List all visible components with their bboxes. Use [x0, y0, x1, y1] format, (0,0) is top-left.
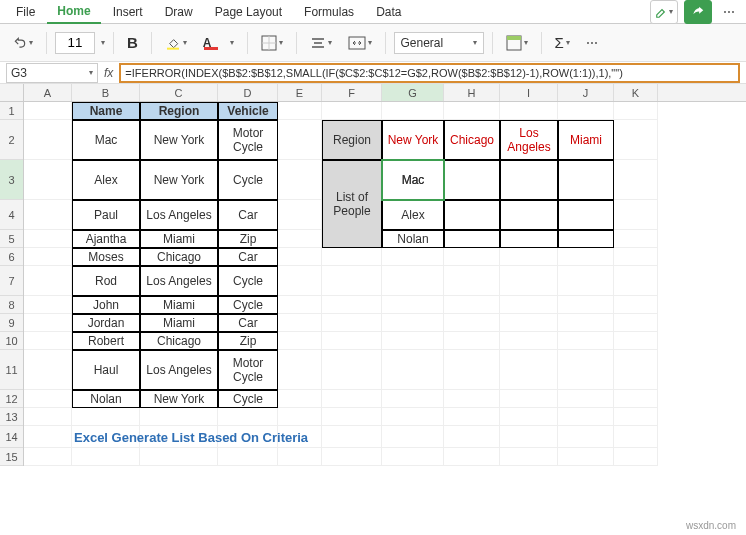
- col-header-E[interactable]: E: [278, 84, 322, 101]
- pen-mode-button[interactable]: ▾: [650, 0, 678, 24]
- cell[interactable]: [614, 350, 658, 390]
- cell[interactable]: New York: [140, 160, 218, 200]
- col-header-C[interactable]: C: [140, 84, 218, 101]
- cell[interactable]: [278, 200, 322, 230]
- cell[interactable]: Motor Cycle: [218, 120, 278, 160]
- font-size-input[interactable]: [55, 32, 95, 54]
- cell[interactable]: [500, 160, 558, 200]
- cell[interactable]: [614, 296, 658, 314]
- cell[interactable]: Vehicle: [218, 102, 278, 120]
- cell[interactable]: [558, 200, 614, 230]
- cell[interactable]: [444, 448, 500, 466]
- cell[interactable]: [278, 314, 322, 332]
- cell[interactable]: [500, 266, 558, 296]
- cells-container[interactable]: NameRegionVehicleMacNew YorkMotor CycleA…: [24, 102, 746, 466]
- cell[interactable]: Alex: [382, 200, 444, 230]
- cell[interactable]: [382, 314, 444, 332]
- name-box[interactable]: G3▾: [6, 63, 98, 83]
- cell[interactable]: [278, 120, 322, 160]
- cell[interactable]: Miami: [140, 296, 218, 314]
- cell[interactable]: Chicago: [140, 332, 218, 350]
- cell[interactable]: Rod: [72, 266, 140, 296]
- cell[interactable]: [24, 408, 72, 426]
- cell[interactable]: [614, 448, 658, 466]
- cell[interactable]: [500, 332, 558, 350]
- cell[interactable]: Los Angeles: [140, 350, 218, 390]
- cell[interactable]: [444, 230, 500, 248]
- cell[interactable]: Los Angeles: [140, 266, 218, 296]
- cell[interactable]: [24, 448, 72, 466]
- cell[interactable]: Car: [218, 314, 278, 332]
- cell[interactable]: [500, 390, 558, 408]
- cell[interactable]: [322, 266, 382, 296]
- cell[interactable]: [444, 350, 500, 390]
- col-header-D[interactable]: D: [218, 84, 278, 101]
- cell[interactable]: Motor Cycle: [218, 350, 278, 390]
- row-header-7[interactable]: 7: [0, 266, 23, 296]
- cell[interactable]: [218, 408, 278, 426]
- cell[interactable]: [614, 332, 658, 350]
- cell[interactable]: Haul: [72, 350, 140, 390]
- cell[interactable]: [24, 248, 72, 266]
- formula-input[interactable]: =IFERROR(INDEX($B$2:$B$12,SMALL(IF($C$2:…: [119, 63, 740, 83]
- cell[interactable]: [558, 266, 614, 296]
- cell[interactable]: [24, 102, 72, 120]
- row-header-2[interactable]: 2: [0, 120, 23, 160]
- row-header-12[interactable]: 12: [0, 390, 23, 408]
- bold-button[interactable]: B: [122, 30, 143, 56]
- row-header-8[interactable]: 8: [0, 296, 23, 314]
- cell[interactable]: [558, 448, 614, 466]
- cell[interactable]: [614, 200, 658, 230]
- cell[interactable]: New York: [140, 390, 218, 408]
- toolbar-more[interactable]: ⋯: [581, 30, 603, 56]
- cell[interactable]: [24, 426, 72, 448]
- cell[interactable]: [322, 350, 382, 390]
- cell[interactable]: [444, 390, 500, 408]
- tab-data[interactable]: Data: [366, 1, 411, 23]
- number-format-select[interactable]: General▾: [394, 32, 484, 54]
- cell[interactable]: Car: [218, 200, 278, 230]
- cell[interactable]: [322, 408, 382, 426]
- cell[interactable]: [382, 390, 444, 408]
- cell[interactable]: [558, 332, 614, 350]
- align-center-button[interactable]: ▾: [305, 30, 337, 56]
- cell[interactable]: [500, 296, 558, 314]
- cell[interactable]: [444, 314, 500, 332]
- col-header-A[interactable]: A: [24, 84, 72, 101]
- row-header-14[interactable]: 14: [0, 426, 23, 448]
- cell[interactable]: [24, 350, 72, 390]
- share-button[interactable]: [684, 0, 712, 24]
- cell[interactable]: Cycle: [218, 296, 278, 314]
- tab-home[interactable]: Home: [47, 0, 100, 24]
- font-color-button[interactable]: A▾: [198, 30, 239, 56]
- borders-button[interactable]: ▾: [256, 30, 288, 56]
- cell[interactable]: [614, 248, 658, 266]
- cell[interactable]: [500, 426, 558, 448]
- col-header-H[interactable]: H: [444, 84, 500, 101]
- cell[interactable]: [614, 160, 658, 200]
- cell[interactable]: [278, 248, 322, 266]
- cell[interactable]: Los Angeles: [500, 120, 558, 160]
- row-header-1[interactable]: 1: [0, 102, 23, 120]
- cell[interactable]: Region: [140, 102, 218, 120]
- cell[interactable]: [614, 120, 658, 160]
- cell[interactable]: [140, 448, 218, 466]
- cell[interactable]: [278, 448, 322, 466]
- cell[interactable]: Cycle: [218, 160, 278, 200]
- cell[interactable]: [614, 266, 658, 296]
- cell[interactable]: Chicago: [140, 248, 218, 266]
- cell[interactable]: [72, 408, 140, 426]
- merge-button[interactable]: ▾: [343, 30, 377, 56]
- cell[interactable]: [382, 448, 444, 466]
- cell[interactable]: [614, 408, 658, 426]
- cell[interactable]: [322, 332, 382, 350]
- cell[interactable]: [24, 120, 72, 160]
- cell[interactable]: [614, 230, 658, 248]
- cell[interactable]: [500, 314, 558, 332]
- cell[interactable]: [444, 296, 500, 314]
- cell[interactable]: Los Angeles: [140, 200, 218, 230]
- cell[interactable]: New York: [140, 120, 218, 160]
- cell[interactable]: [72, 448, 140, 466]
- conditional-format-button[interactable]: ▾: [501, 30, 533, 56]
- cell[interactable]: Excel Generate List Based On Criteria: [72, 426, 382, 448]
